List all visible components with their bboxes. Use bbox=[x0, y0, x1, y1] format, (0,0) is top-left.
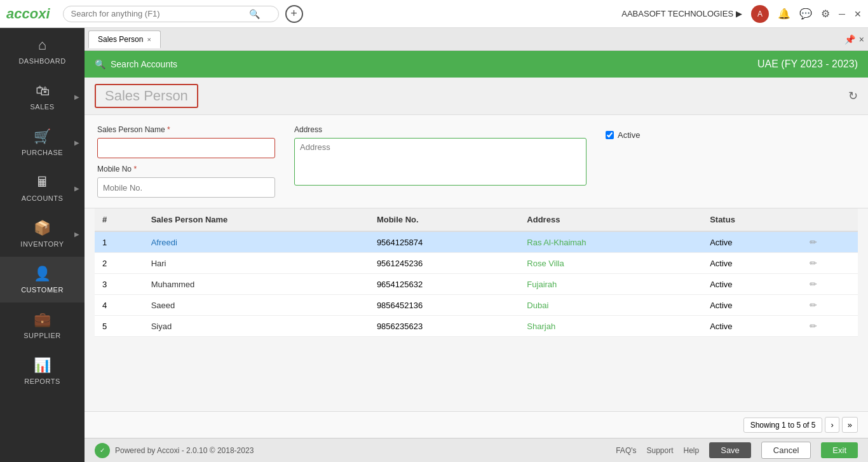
search-accounts-btn[interactable]: 🔍 Search Accounts bbox=[95, 59, 177, 69]
search-accounts-label: Search Accounts bbox=[111, 59, 177, 69]
sales-arrow: ▶ bbox=[74, 93, 79, 100]
accounts-icon: 🖩 bbox=[36, 174, 50, 191]
sales-icon: 🛍 bbox=[36, 83, 50, 99]
active-checkbox[interactable] bbox=[606, 131, 614, 139]
col-hash: # bbox=[95, 208, 144, 231]
tab-bar: Sales Person × 📌 × bbox=[85, 28, 868, 51]
col-name: Sales Person Name bbox=[144, 208, 369, 231]
search-input[interactable] bbox=[71, 9, 249, 18]
sidebar-item-purchase[interactable]: 🛒 PURCHASE ▶ bbox=[0, 119, 85, 165]
sidebar-item-inventory[interactable]: 📦 INVENTORY ▶ bbox=[0, 211, 85, 257]
table-header-row: # Sales Person Name Mobile No. Address S… bbox=[95, 208, 858, 231]
table-row[interactable]: 1 Afreedi 9564125874 Ras Al-Khaimah Acti… bbox=[95, 231, 858, 253]
tab-close-button[interactable]: × bbox=[859, 34, 864, 44]
sidebar-item-reports[interactable]: 📊 REPORTS bbox=[0, 348, 85, 394]
next-page-button[interactable]: › bbox=[825, 417, 839, 433]
cell-edit[interactable]: ✏ bbox=[802, 274, 858, 295]
sidebar-label-inventory: INVENTORY bbox=[20, 240, 64, 248]
address-textarea[interactable] bbox=[294, 138, 587, 186]
company-name: AABASOFT TECHNOLOGIES ▶ bbox=[621, 9, 742, 18]
cell-name: Hari bbox=[144, 253, 369, 274]
sidebar-label-customer: CUSTOMER bbox=[21, 286, 64, 294]
table-row[interactable]: 2 Hari 9561245236 Rose Villa Active ✏ bbox=[95, 253, 858, 274]
accounts-arrow: ▶ bbox=[74, 185, 79, 192]
top-bar: accoxi 🔍 + AABASOFT TECHNOLOGIES ▶ A 🔔 💬… bbox=[0, 0, 868, 28]
table-row[interactable]: 3 Muhammed 9654125632 Fujairah Active ✏ bbox=[95, 274, 858, 295]
sidebar-label-supplier: SUPPLIER bbox=[24, 332, 60, 339]
required-marker: * bbox=[167, 125, 170, 134]
tab-label: Sales Person bbox=[98, 35, 143, 44]
table-row[interactable]: 5 Siyad 9856235623 Sharjah Active ✏ bbox=[95, 316, 858, 337]
settings-icon[interactable]: ⚙ bbox=[821, 8, 830, 20]
sales-person-name-input[interactable] bbox=[97, 138, 275, 158]
edit-icon[interactable]: ✏ bbox=[810, 300, 817, 310]
cell-id: 2 bbox=[95, 253, 144, 274]
last-page-button[interactable]: » bbox=[842, 417, 858, 433]
edit-icon[interactable]: ✏ bbox=[810, 279, 817, 289]
col-actions bbox=[802, 208, 858, 231]
mobile-no-input[interactable] bbox=[97, 177, 275, 198]
search-icon: 🔍 bbox=[249, 9, 260, 19]
close-button[interactable]: ✕ bbox=[854, 9, 862, 19]
powered-by: Powered by Accoxi - 2.0.10 © 2018-2023 bbox=[115, 446, 254, 455]
active-label: Active bbox=[618, 130, 640, 140]
sales-person-name-col: Sales Person Name * bbox=[97, 125, 275, 158]
sales-person-table: # Sales Person Name Mobile No. Address S… bbox=[95, 208, 858, 337]
sidebar-item-accounts[interactable]: 🖩 ACCOUNTS ▶ bbox=[0, 165, 85, 211]
tab-pin-button[interactable]: 📌 bbox=[844, 34, 855, 44]
cell-status: Active bbox=[702, 274, 801, 295]
help-link[interactable]: Help bbox=[684, 446, 700, 455]
notification-icon[interactable]: 🔔 bbox=[778, 8, 790, 20]
sidebar-item-customer[interactable]: 👤 CUSTOMER bbox=[0, 257, 85, 302]
support-link[interactable]: Support bbox=[647, 446, 674, 455]
cell-address: Sharjah bbox=[519, 316, 702, 337]
edit-icon[interactable]: ✏ bbox=[810, 258, 817, 268]
edit-icon[interactable]: ✏ bbox=[810, 321, 817, 331]
message-icon[interactable]: 💬 bbox=[799, 8, 812, 20]
tab-actions: 📌 × bbox=[844, 34, 864, 44]
cell-name: Siyad bbox=[144, 316, 369, 337]
add-button[interactable]: + bbox=[285, 5, 303, 23]
dashboard-icon: ⌂ bbox=[38, 37, 46, 53]
refresh-button[interactable]: ↻ bbox=[848, 89, 858, 103]
user-avatar[interactable]: A bbox=[751, 5, 769, 23]
sidebar-label-reports: REPORTS bbox=[24, 377, 60, 385]
tab-close-icon[interactable]: × bbox=[147, 36, 151, 43]
pagination-bar: Showing 1 to 5 of 5 › » bbox=[85, 411, 868, 438]
cell-mobile: 9856235623 bbox=[369, 316, 519, 337]
table-row[interactable]: 4 Saeed 9856452136 Dubai Active ✏ bbox=[95, 295, 858, 316]
cancel-button[interactable]: Cancel bbox=[761, 442, 811, 459]
cell-status: Active bbox=[702, 316, 801, 337]
footer-left: ✓ Powered by Accoxi - 2.0.10 © 2018-2023 bbox=[95, 443, 254, 458]
cell-status: Active bbox=[702, 253, 801, 274]
table-section: # Sales Person Name Mobile No. Address S… bbox=[85, 208, 868, 411]
faq-link[interactable]: FAQ's bbox=[616, 446, 636, 455]
mobile-no-label: Mobile No * bbox=[97, 165, 275, 173]
cell-id: 5 bbox=[95, 316, 144, 337]
address-container bbox=[294, 138, 587, 188]
cell-edit[interactable]: ✏ bbox=[802, 316, 858, 337]
cell-mobile: 9561245236 bbox=[369, 253, 519, 274]
top-right-area: AABASOFT TECHNOLOGIES ▶ A 🔔 💬 ⚙ ─ ✕ bbox=[621, 5, 862, 23]
sidebar-item-sales[interactable]: 🛍 SALES ▶ bbox=[0, 74, 85, 119]
active-checkbox-row: Active bbox=[606, 130, 640, 140]
save-button[interactable]: Save bbox=[709, 442, 751, 458]
cell-address: Dubai bbox=[519, 295, 702, 316]
purchase-arrow: ▶ bbox=[74, 139, 79, 146]
green-header: 🔍 Search Accounts UAE (FY 2023 - 2023) bbox=[85, 51, 868, 78]
sidebar-item-dashboard[interactable]: ⌂ DASHBOARD bbox=[0, 28, 85, 74]
cell-address: Ras Al-Khaimah bbox=[519, 231, 702, 253]
cell-id: 4 bbox=[95, 295, 144, 316]
cell-edit[interactable]: ✏ bbox=[802, 231, 858, 253]
cell-id: 1 bbox=[95, 231, 144, 253]
page-title-area: Sales Person ↻ bbox=[85, 78, 868, 115]
sidebar-item-supplier[interactable]: 💼 SUPPLIER bbox=[0, 302, 85, 348]
cell-edit[interactable]: ✏ bbox=[802, 295, 858, 316]
edit-icon[interactable]: ✏ bbox=[810, 237, 817, 247]
content-area: Sales Person × 📌 × 🔍 Search Accounts UAE… bbox=[85, 28, 868, 462]
mobile-required-marker: * bbox=[133, 165, 137, 173]
cell-edit[interactable]: ✏ bbox=[802, 253, 858, 274]
exit-button[interactable]: Exit bbox=[821, 442, 858, 458]
minimize-button[interactable]: ─ bbox=[839, 9, 845, 19]
tab-sales-person[interactable]: Sales Person × bbox=[88, 31, 161, 48]
